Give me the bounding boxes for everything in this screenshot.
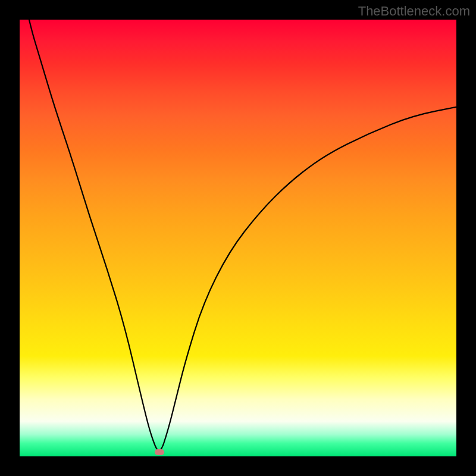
optimal-marker [155, 449, 164, 455]
curve-svg [20, 20, 456, 456]
plot-area [20, 20, 456, 456]
bottleneck-curve-path [20, 20, 456, 450]
chart-frame: TheBottleneck.com [0, 0, 476, 476]
attribution-text: TheBottleneck.com [358, 4, 470, 19]
